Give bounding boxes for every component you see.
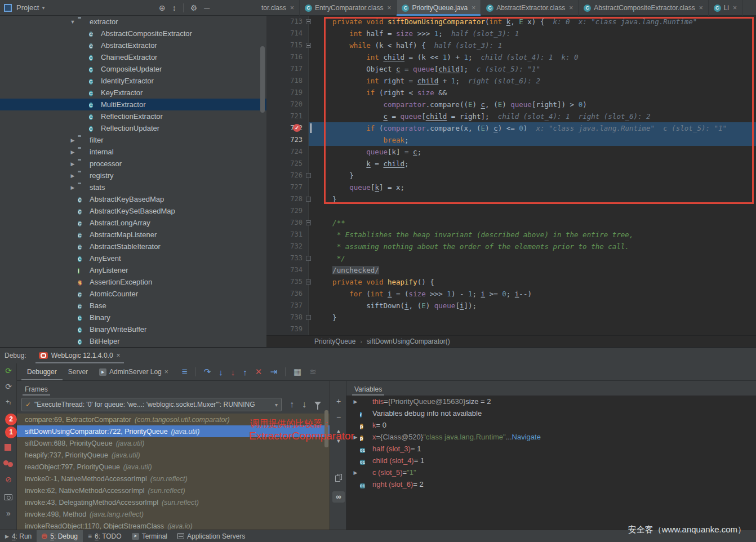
code-text[interactable]: /** (309, 217, 756, 229)
tree-item-bithelper[interactable]: CBitHelper (0, 335, 266, 347)
code-text[interactable]: while (k < half) { half (slot_3): 1 (309, 39, 756, 51)
code-text[interactable]: queue[k] = x; (309, 181, 756, 193)
collapse-arrow-icon[interactable]: ▼ (68, 19, 78, 25)
expand-arrow-icon[interactable]: ▶ (68, 149, 78, 155)
debug-session-tab[interactable]: WebLogic 12.1.4.0.0 × (35, 348, 124, 363)
tree-item-abstractstableiterator[interactable]: CAbstractStableIterator (0, 241, 266, 252)
tab-entrycomparator-class[interactable]: CEntryComparator.class× (300, 0, 397, 16)
layout-settings-icon[interactable]: ≋ (309, 367, 317, 377)
tab-priorityqueue-java[interactable]: CPriorityQueue.java× (397, 0, 481, 16)
breakpoint-icon[interactable]: ✓ (293, 124, 301, 132)
tab-li[interactable]: CLi× (709, 0, 742, 16)
code-text[interactable]: } (309, 193, 756, 205)
step-into-icon[interactable]: ↓ (219, 367, 223, 377)
expand-arrow-icon[interactable]: ▶ (68, 173, 78, 179)
frames-tab[interactable]: Frames (23, 385, 50, 396)
close-tab-icon[interactable]: × (387, 4, 391, 12)
tree-item-abstractkeysetbasedmap[interactable]: CAbstractKeySetBasedMap (0, 205, 266, 217)
mute-breakpoints-icon[interactable]: ⊘ (0, 475, 17, 484)
tree-item-assertionexception[interactable]: ↯AssertionException (0, 276, 266, 288)
tree-item-identityextractor[interactable]: CIdentityExtractor (0, 75, 266, 87)
code-text[interactable] (309, 205, 756, 217)
rerun-icon[interactable]: ⟳ (0, 366, 17, 375)
tab-debugger[interactable]: Debugger (21, 363, 63, 380)
fold-marker-icon[interactable] (306, 19, 311, 24)
code-text[interactable]: k = child; (309, 158, 756, 170)
statusbar-item--run[interactable]: ▶4: Run (0, 530, 37, 542)
update-app-icon[interactable]: ⟳ (0, 382, 17, 391)
thread-selector[interactable]: ✓ "ExecuteThread: '0' for queue: 'we...:… (21, 398, 282, 411)
view-breakpoints-icon[interactable] (3, 460, 14, 467)
tree-item-keyextractor[interactable]: CKeyExtractor (0, 87, 266, 99)
fold-marker-icon[interactable] (306, 43, 311, 48)
code-text[interactable]: int child = (k << 1) + 1; child (slot_4)… (309, 51, 756, 63)
code-text[interactable]: comparator.compare((E) c, (E) queue[righ… (309, 99, 756, 110)
hamburger-menu-icon[interactable]: ≡ (182, 366, 188, 377)
close-tab-icon[interactable]: × (472, 4, 475, 12)
tree-item-reflectionupdater[interactable]: CReflectionUpdater (0, 122, 266, 134)
expand-arrow-icon[interactable]: ▶ (68, 185, 78, 190)
close-tab-icon[interactable]: × (733, 4, 737, 12)
stack-frame-row[interactable]: invoke:62, NativeMethodAccessorImpl(sun.… (17, 485, 330, 496)
tree-item-abstractlongarray[interactable]: CAbstractLongArray (0, 217, 266, 229)
tree-item-stats[interactable]: ▶stats (0, 181, 266, 193)
variable-row[interactable]: 01child (slot_4) = 1 (346, 455, 756, 467)
code-text[interactable]: */ (309, 252, 756, 264)
variable-row[interactable]: ▶this = {PriorityQueue@15630} size = 2 (346, 396, 756, 407)
project-dropdown-caret[interactable]: ▾ (42, 5, 45, 11)
breadcrumb-method[interactable]: siftDownUsingComparator() (367, 337, 450, 345)
variable-row[interactable]: iVariables debug info not available (346, 407, 756, 419)
stack-frame-row[interactable]: heapify:737, PriorityQueue(java.util) (17, 449, 330, 461)
tree-item-registry[interactable]: ▶registry (0, 170, 266, 181)
more-actions-icon[interactable]: » (0, 509, 17, 518)
code-text[interactable]: if (comparator.compare(x, (E) c) <= 0) x… (309, 122, 756, 134)
code-text[interactable]: int right = child + 1; right (slot_6): 2 (309, 75, 756, 87)
close-log-tab-icon[interactable]: × (164, 368, 168, 376)
statusbar-item--debug[interactable]: 5: Debug (37, 530, 83, 542)
stack-frame-row[interactable]: invokeReadObject:1170, ObjectStreamClass… (17, 520, 330, 530)
tree-item-anylistener[interactable]: IAnyListener (0, 264, 266, 276)
code-text[interactable]: siftDown(i, (E) queue[i]); (309, 300, 756, 312)
fold-marker-icon[interactable] (306, 256, 311, 261)
tree-item-processor[interactable]: ▶processor (0, 158, 266, 170)
tree-item-internal[interactable]: ▶internal (0, 146, 266, 158)
hide-panel-icon[interactable]: ─ (204, 3, 210, 12)
code-text[interactable]: Object c = queue[child]; c (slot_5): "1" (309, 63, 756, 75)
code-text[interactable]: c = queue[child = right]; child (slot_4)… (309, 110, 756, 122)
tree-item-compositeupdater[interactable]: CCompositeUpdater (0, 63, 266, 75)
stack-frame-row[interactable]: invoke0:-1, NativeMethodAccessorImpl(sun… (17, 473, 330, 485)
variable-row[interactable]: 01half (slot_3) = 1 (346, 443, 756, 455)
evaluate-expression-icon[interactable]: ▦ (293, 367, 301, 377)
frame-up-icon[interactable]: ↑ (290, 399, 294, 410)
project-tree-scrollbar[interactable] (260, 46, 265, 113)
step-over-icon[interactable]: ↷ (204, 367, 211, 377)
close-tab-icon[interactable]: × (569, 4, 573, 12)
code-text[interactable]: if (right < size && (309, 87, 756, 99)
close-tab-icon[interactable]: × (699, 4, 703, 12)
run-to-cursor-icon[interactable]: ⇥ (270, 367, 277, 377)
tab-tor-class[interactable]: tor.class× (256, 0, 300, 16)
tree-item-filter[interactable]: ▶filter (0, 134, 266, 146)
modify-run-config-icon[interactable]: +ᵣ (0, 398, 17, 406)
project-view-label[interactable]: Project (16, 3, 39, 12)
code-text[interactable]: } (309, 170, 756, 181)
variable-row[interactable]: 01right (slot_6) = 2 (346, 478, 756, 490)
collapse-all-icon[interactable]: ↕ (172, 3, 176, 12)
stack-frame-row[interactable]: readObject:797, PriorityQueue(java.util) (17, 461, 330, 473)
expand-arrow-icon[interactable]: ▶ (68, 161, 78, 167)
fold-marker-icon[interactable] (306, 279, 311, 285)
expand-arrow-icon[interactable]: ▶ (68, 137, 78, 143)
tree-item-anyevent[interactable]: CAnyEvent (0, 252, 266, 264)
statusbar-item-terminal[interactable]: >Terminal (127, 530, 172, 542)
code-text[interactable]: /unchecked/ (309, 264, 756, 276)
tab-adminserver-log[interactable]: ▸ AdminServer Log × (94, 363, 174, 380)
code-editor[interactable]: 713 private void siftDownUsingComparator… (266, 16, 756, 335)
expand-variable-icon[interactable]: ▶ (351, 470, 360, 476)
fold-marker-icon[interactable] (306, 197, 311, 202)
tree-item-base[interactable]: CBase (0, 300, 266, 312)
code-text[interactable]: private void heapify() { (309, 276, 756, 288)
tree-item-chainedextractor[interactable]: CChainedExtractor (0, 51, 266, 63)
thread-dump-camera-icon[interactable] (4, 494, 12, 500)
tree-item-atomiccounter[interactable]: CAtomicCounter (0, 288, 266, 300)
tree-item-abstractcompositeextractor[interactable]: CAbstractCompositeExtractor (0, 28, 266, 39)
